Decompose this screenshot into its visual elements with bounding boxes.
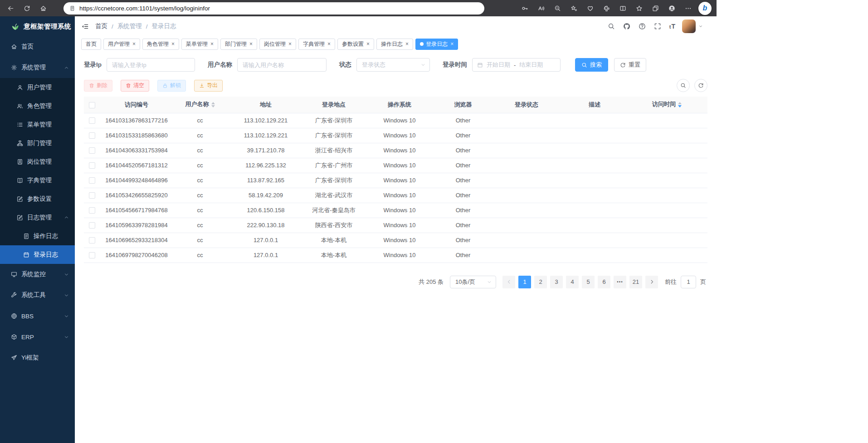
sidebar-item-system[interactable]: 系统管理 xyxy=(0,57,75,78)
favorites-star-button[interactable] xyxy=(632,1,646,15)
home-button[interactable] xyxy=(35,1,51,15)
page-button-3[interactable]: 3 xyxy=(550,276,563,288)
read-aloud-button[interactable] xyxy=(534,1,548,15)
extensions-button[interactable] xyxy=(600,1,614,15)
tab-user[interactable]: 用户管理× xyxy=(103,39,140,50)
col-visit_time[interactable]: 访问时间 xyxy=(626,97,707,113)
sidebar-item-user[interactable]: 用户管理 xyxy=(0,78,75,97)
github-button[interactable] xyxy=(623,23,630,30)
tab-dept[interactable]: 部门管理× xyxy=(220,39,257,50)
row-checkbox[interactable] xyxy=(89,132,95,139)
sidebar-item-bbs[interactable]: BBS xyxy=(0,306,75,326)
tab-loginlog[interactable]: 登录日志× xyxy=(415,39,458,50)
prev-page-button[interactable] xyxy=(502,276,515,288)
sidebar-item-dept[interactable]: 部门管理 xyxy=(0,134,75,152)
sidebar-item-loginlog[interactable]: 登录日志 xyxy=(0,245,75,264)
page-button-1[interactable]: 1 xyxy=(518,276,531,288)
page-button-4[interactable]: 4 xyxy=(566,276,579,288)
sidebar-item-menu[interactable]: 菜单管理 xyxy=(0,115,75,134)
date-range-picker[interactable]: 开始日期 - 结束日期 xyxy=(472,58,561,72)
row-checkbox[interactable] xyxy=(89,147,95,154)
refresh-table-button[interactable] xyxy=(694,79,707,92)
sidebar-item-erp[interactable]: ERP xyxy=(0,326,75,347)
address-bar[interactable]: https://ccnetcore.com:1101/system/log/lo… xyxy=(63,2,484,15)
bing-copilot-button[interactable]: b xyxy=(698,2,712,15)
row-checkbox[interactable] xyxy=(89,117,95,124)
sort-icon[interactable] xyxy=(678,100,682,109)
row-checkbox[interactable] xyxy=(89,237,95,243)
row-checkbox[interactable] xyxy=(89,222,95,229)
fullscreen-button[interactable] xyxy=(654,23,661,30)
row-checkbox[interactable] xyxy=(89,192,95,199)
more-button[interactable] xyxy=(681,1,695,15)
search-button[interactable]: 搜索 xyxy=(575,58,608,72)
page-button-21[interactable]: 21 xyxy=(629,276,642,288)
clear-button[interactable]: 清空 xyxy=(121,80,149,92)
tab-param[interactable]: 参数设置× xyxy=(337,39,374,50)
chevron-down-icon[interactable] xyxy=(698,24,703,29)
user-avatar[interactable] xyxy=(682,19,696,33)
table-row[interactable]: 1641031533185863680cc113.102.129.221广东省-… xyxy=(84,128,707,143)
split-screen-button[interactable] xyxy=(616,1,630,15)
table-row[interactable]: 1641043063331753984cc39.171.210.78浙江省-绍兴… xyxy=(84,143,707,158)
refresh-button[interactable] xyxy=(19,1,34,15)
tab-oplog[interactable]: 操作日志× xyxy=(376,39,413,50)
sidebar-item-home[interactable]: 首页 xyxy=(0,36,75,57)
show-search-button[interactable] xyxy=(677,79,690,92)
table-row[interactable]: 1641059633978281984cc222.90.130.18陕西省-西安… xyxy=(84,218,707,233)
profile-button[interactable] xyxy=(665,1,679,15)
select-all-checkbox[interactable] xyxy=(89,102,95,108)
table-row[interactable]: 1641031367863177216cc113.102.129.221广东省-… xyxy=(84,113,707,128)
tab-close-icon[interactable]: × xyxy=(450,41,454,47)
table-row[interactable]: 1641069652933218304cc127.0.0.1本地-本机Windo… xyxy=(84,233,707,248)
delete-button[interactable]: 删除 xyxy=(84,80,112,92)
tab-close-icon[interactable]: × xyxy=(366,41,370,47)
table-row[interactable]: 1641069798270046208cc127.0.0.1本地-本机Windo… xyxy=(84,248,707,263)
sort-icon[interactable] xyxy=(211,100,215,109)
tab-close-icon[interactable]: × xyxy=(249,41,253,47)
reset-button[interactable]: 重置 xyxy=(614,58,646,72)
user-name-input[interactable] xyxy=(237,58,327,72)
zoom-out-button[interactable] xyxy=(551,1,565,15)
essentials-button[interactable] xyxy=(583,1,597,15)
tab-post[interactable]: 岗位管理× xyxy=(259,39,296,50)
page-size-select[interactable]: 10条/页 xyxy=(450,276,496,288)
row-checkbox[interactable] xyxy=(89,177,95,184)
tab-close-icon[interactable]: × xyxy=(171,41,175,47)
search-button[interactable] xyxy=(608,23,615,30)
page-button-2[interactable]: 2 xyxy=(534,276,547,288)
sidebar-item-oplog[interactable]: 操作日志 xyxy=(0,227,75,245)
sidebar-item-tools[interactable]: 系统工具 xyxy=(0,285,75,306)
tab-menu[interactable]: 菜单管理× xyxy=(181,39,218,50)
col-user_name[interactable]: 用户名称 xyxy=(173,97,227,113)
login-ip-input[interactable] xyxy=(107,58,195,72)
sidebar-item-yi[interactable]: Yi框架 xyxy=(0,347,75,368)
tab-close-icon[interactable]: × xyxy=(405,41,409,47)
sidebar-fold-button[interactable] xyxy=(81,23,89,30)
breadcrumb-item-home[interactable]: 首页 xyxy=(95,22,107,30)
tab-home[interactable]: 首页 xyxy=(81,39,101,50)
sidebar-item-log[interactable]: 日志管理 xyxy=(0,208,75,227)
question-button[interactable] xyxy=(639,23,646,30)
collections-button[interactable] xyxy=(649,1,663,15)
tab-close-icon[interactable]: × xyxy=(327,41,331,47)
unlock-button[interactable]: 解锁 xyxy=(157,80,186,92)
sidebar-item-monitor[interactable]: 系统监控 xyxy=(0,264,75,285)
table-row[interactable]: 1641044520567181312cc112.96.225.132广东省-广… xyxy=(84,158,707,173)
row-checkbox[interactable] xyxy=(89,162,95,169)
row-checkbox[interactable] xyxy=(89,207,95,214)
tab-dict[interactable]: 字典管理× xyxy=(298,39,335,50)
table-row[interactable]: 1641044993248464896cc113.87.92.165广东省-深圳… xyxy=(84,173,707,188)
breadcrumb-item-system[interactable]: 系统管理 xyxy=(117,22,142,30)
goto-page-input[interactable] xyxy=(681,276,696,288)
page-button-6[interactable]: 6 xyxy=(598,276,610,288)
star-plus-button[interactable] xyxy=(567,1,581,15)
tab-close-icon[interactable]: × xyxy=(288,41,292,47)
sidebar-item-param[interactable]: 参数设置 xyxy=(0,190,75,208)
sidebar-item-dict[interactable]: 字典管理 xyxy=(0,171,75,190)
row-checkbox[interactable] xyxy=(89,252,95,258)
sidebar-item-role[interactable]: 角色管理 xyxy=(0,97,75,115)
site-info-icon[interactable] xyxy=(69,5,75,11)
tab-close-icon[interactable]: × xyxy=(210,41,214,47)
next-page-button[interactable] xyxy=(645,276,658,288)
